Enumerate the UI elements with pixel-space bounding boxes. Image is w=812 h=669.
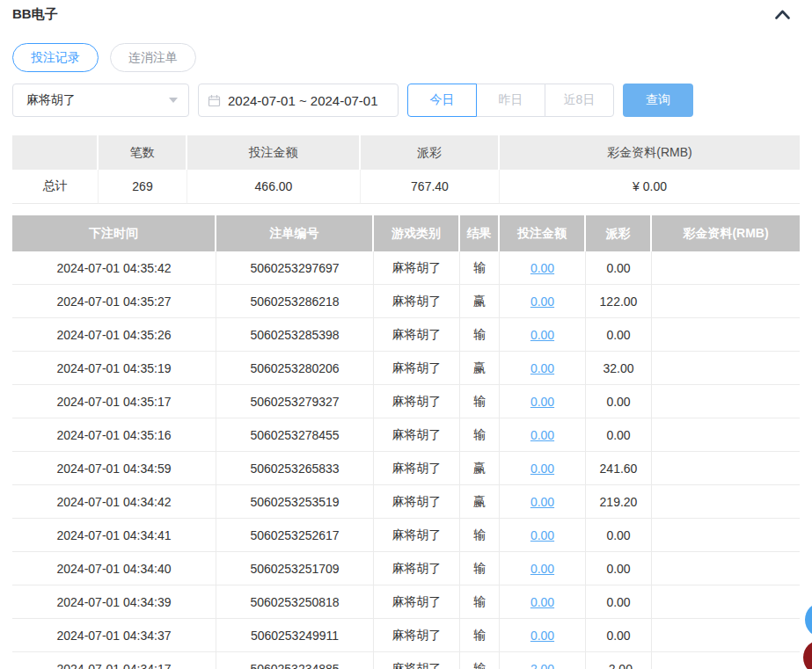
quick-range-last8days[interactable]: 近8日	[545, 84, 614, 117]
game-type-cell: 麻将胡了	[374, 318, 460, 352]
result-cell: 输	[460, 552, 500, 585]
calendar-icon	[208, 94, 221, 107]
game-select[interactable]: 麻将胡了	[12, 84, 189, 117]
col-bet-time: 下注时间	[12, 215, 216, 251]
result-cell: 输	[460, 318, 500, 352]
chevron-down-icon	[169, 98, 178, 103]
bet-amount-link[interactable]: 0.00	[530, 395, 554, 409]
jackpot-cell	[652, 585, 800, 619]
table-row: 2024-07-01 04:34:375060253249911麻将胡了输0.0…	[12, 619, 800, 652]
bet-time-cell: 2024-07-01 04:34:37	[12, 619, 216, 652]
summary-total-label: 总计	[12, 170, 99, 204]
bet-amount-link[interactable]: 2.00	[530, 662, 554, 669]
payout-cell: 0.00	[586, 318, 652, 352]
order-number-cell: 5060253250818	[216, 585, 374, 619]
game-type-cell: 麻将胡了	[374, 519, 460, 552]
bet-amount-link[interactable]: 0.00	[530, 562, 554, 576]
bet-time-cell: 2024-07-01 04:35:26	[12, 318, 216, 352]
bet-time-cell: 2024-07-01 04:34:40	[12, 552, 216, 585]
game-select-value: 麻将胡了	[26, 92, 76, 108]
bet-amount-link[interactable]: 0.00	[530, 428, 554, 442]
bet-amount-cell: 0.00	[500, 385, 586, 418]
order-number-cell: 5060253280206	[216, 352, 374, 385]
result-cell: 输	[460, 652, 500, 669]
order-number-cell: 5060253286218	[216, 285, 374, 318]
result-cell: 赢	[460, 452, 500, 485]
bet-amount-cell: 2.00	[500, 652, 586, 669]
col-game-type: 游戏类别	[374, 215, 460, 251]
bet-amount-cell: 0.00	[500, 552, 586, 585]
table-row: 2024-07-01 04:35:175060253279327麻将胡了输0.0…	[12, 385, 800, 418]
table-row: 2024-07-01 04:34:425060253253519麻将胡了赢0.0…	[12, 485, 800, 519]
payout-cell: 0.00	[586, 519, 652, 552]
query-button[interactable]: 查询	[623, 84, 693, 117]
quick-range-today[interactable]: 今日	[407, 84, 477, 117]
payout-cell: 32.00	[586, 352, 652, 385]
bet-time-cell: 2024-07-01 04:34:39	[12, 585, 216, 619]
filter-bar: 麻将胡了 2024-07-01 ~ 2024-07-01 今日 昨日 近8日 查…	[12, 84, 800, 117]
bet-amount-link[interactable]: 0.00	[530, 295, 554, 309]
jackpot-cell	[652, 519, 800, 552]
game-type-cell: 麻将胡了	[374, 452, 460, 485]
records-header-row: 下注时间 注单编号 游戏类别 结果 投注金额 派彩 彩金资料(RMB)	[12, 215, 800, 251]
game-type-cell: 麻将胡了	[374, 585, 460, 619]
result-cell: 赢	[460, 485, 500, 519]
order-number-cell: 5060253265833	[216, 452, 374, 485]
bet-amount-link[interactable]: 0.00	[530, 495, 554, 509]
bet-amount-cell: 0.00	[500, 452, 586, 485]
order-number-cell: 5060253234885	[216, 652, 374, 669]
tab-bet-records[interactable]: 投注记录	[12, 43, 99, 72]
bet-amount-link[interactable]: 0.00	[530, 361, 554, 375]
bet-amount-cell: 0.00	[500, 619, 586, 652]
quick-range-yesterday[interactable]: 昨日	[476, 84, 545, 117]
payout-cell: 0.00	[586, 385, 652, 418]
table-row: 2024-07-01 04:35:195060253280206麻将胡了赢0.0…	[12, 352, 800, 385]
bet-amount-link[interactable]: 0.00	[530, 462, 554, 476]
bet-amount-link[interactable]: 0.00	[530, 629, 554, 643]
summary-col-payout: 派彩	[361, 135, 500, 170]
jackpot-cell	[652, 385, 800, 418]
summary-col-jackpot: 彩金资料(RMB)	[500, 135, 800, 170]
summary-col-bet-amount: 投注金额	[187, 135, 361, 170]
result-cell: 输	[460, 619, 500, 652]
result-cell: 输	[460, 418, 500, 452]
summary-table: 笔数 投注金额 派彩 彩金资料(RMB) 总计 269 466.00 767.4…	[12, 135, 800, 204]
bet-amount-link[interactable]: 0.00	[530, 261, 554, 275]
bet-time-cell: 2024-07-01 04:34:59	[12, 452, 216, 485]
game-type-cell: 麻将胡了	[374, 552, 460, 585]
bet-time-cell: 2024-07-01 04:35:19	[12, 352, 216, 385]
table-row: 2024-07-01 04:34:395060253250818麻将胡了输0.0…	[12, 585, 800, 619]
collapse-button[interactable]	[772, 5, 793, 23]
chevron-up-icon	[775, 10, 790, 19]
payout-cell: 0.00	[586, 552, 652, 585]
bet-amount-link[interactable]: 0.00	[530, 595, 554, 609]
bet-amount-cell: 0.00	[500, 285, 586, 318]
payout-cell: 0.00	[586, 418, 652, 452]
summary-total-count: 269	[99, 170, 187, 204]
summary-total-payout: 767.40	[361, 170, 500, 204]
payout-cell: 0.00	[586, 585, 652, 619]
result-cell: 输	[460, 585, 500, 619]
table-row: 2024-07-01 04:35:275060253286218麻将胡了赢0.0…	[12, 285, 800, 318]
col-payout: 派彩	[586, 215, 652, 251]
date-range-picker[interactable]: 2024-07-01 ~ 2024-07-01	[198, 84, 399, 117]
table-row: 2024-07-01 04:34:175060253234885麻将胡了输2.0…	[12, 652, 800, 669]
records-body: 2024-07-01 04:35:425060253297697麻将胡了输0.0…	[12, 251, 800, 669]
payout-cell: 0.00	[586, 619, 652, 652]
summary-total-bet-amount: 466.00	[187, 170, 361, 204]
bet-amount-link[interactable]: 0.00	[530, 328, 554, 342]
bet-amount-cell: 0.00	[500, 251, 586, 285]
bet-amount-link[interactable]: 0.00	[530, 528, 554, 542]
summary-col-count: 笔数	[99, 135, 187, 170]
order-number-cell: 5060253297697	[216, 251, 374, 285]
bet-amount-cell: 0.00	[500, 519, 586, 552]
payout-cell: -2.00	[586, 652, 652, 669]
bet-amount-cell: 0.00	[500, 585, 586, 619]
order-number-cell: 5060253252617	[216, 519, 374, 552]
payout-cell: 122.00	[586, 285, 652, 318]
quick-range-group: 今日 昨日 近8日	[407, 84, 614, 117]
tab-cancelled-orders[interactable]: 连消注单	[110, 43, 196, 72]
record-type-tabs: 投注记录 连消注单	[12, 43, 800, 72]
payout-cell: 219.20	[586, 485, 652, 519]
bet-time-cell: 2024-07-01 04:34:17	[12, 652, 216, 669]
